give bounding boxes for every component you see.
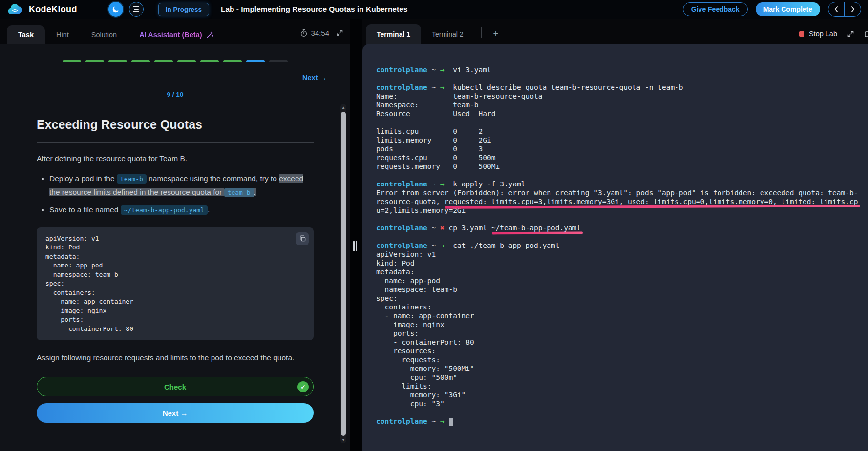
progress-segment-done [131,60,150,62]
copy-icon [299,235,306,242]
task-intro: After defining the resource quota for Te… [37,154,314,163]
tab-solution[interactable]: Solution [80,25,128,44]
expand-panel-icon[interactable] [336,29,343,37]
terminal-line: pods 0 3 [376,144,868,153]
task-bullet-2: Save to a file named ~/team-b-app-pod.ya… [49,203,314,217]
terminal-tabs-bar: Terminal 1 Terminal 2 + Stop Lab [362,19,868,44]
terminal-line: Error from server (Forbidden): error whe… [376,188,868,197]
terminal-line: controlplane ~ ✖ cp 3.yaml ~/team-b-app-… [376,224,868,232]
tab-task[interactable]: Task [7,25,45,44]
new-terminal-button[interactable]: + [488,25,504,44]
mark-complete-button[interactable]: Mark Complete [756,2,820,16]
copy-code-button[interactable] [296,232,309,245]
next-button[interactable]: Next → [37,403,314,423]
panel-divider [350,19,362,451]
terminal-line: memory: "500Mi" [376,364,868,373]
brand-name: KodeKloud [29,4,77,15]
scrollbar-down-arrow[interactable]: ▼ [340,438,346,442]
theme-toggle-button[interactable] [108,2,123,17]
task-content: Next → 9 / 10 Exceeding Resource Quotas … [0,44,350,451]
stop-icon [799,31,804,37]
progress-segment-current [246,60,265,62]
tab-terminal-1[interactable]: Terminal 1 [366,24,421,44]
terminal-line: ports: [376,329,868,338]
inline-code-team-b: team-b [117,174,147,184]
terminal-line: limits: [376,382,868,390]
step-pager [828,2,861,17]
progress-segment-done [154,60,173,62]
step-counter: 9 / 10 [12,91,339,98]
terminal-line [376,171,868,180]
terminal-line: Resource Used Hard [376,109,868,118]
task-list: Deploy a pod in the team-b namespace usi… [49,172,314,217]
progress-segment-done [177,60,196,62]
scrollbar-thumb[interactable] [341,112,346,436]
give-feedback-button[interactable]: Give Feedback [683,2,748,16]
terminal-output[interactable]: controlplane ~ → vi 3.yamlcontrolplane ~… [362,44,868,451]
terminal-line: -------- ---- ---- [376,118,868,127]
yaml-code: apiVersion: v1 kind: Pod metadata: name:… [45,234,305,334]
terminal-line: Namespace: team-b [376,101,868,109]
task-panel: Task Hint Solution AI Assistant (Beta) [0,19,350,451]
tab-hint[interactable]: Hint [45,25,80,44]
next-task-link[interactable]: Next → [302,74,327,82]
terminal-line: namespace: team-b [376,285,868,294]
terminal-panel: Terminal 1 Terminal 2 + Stop Lab control… [362,19,868,451]
task-heading: Exceeding Resource Quotas [37,118,314,143]
top-navbar: <> KodeKloud In Progress Lab - Implement… [0,0,868,19]
progress-segment-done [108,60,127,62]
terminal-line: name: app-pod [376,276,868,285]
terminal-line: controlplane ~ → vi 3.yaml [376,65,868,74]
scrollbar-up-arrow[interactable]: ▲ [340,105,346,110]
lab-title: Lab - Implementing Resource Quotas in Ku… [221,5,407,14]
tab-terminal-2[interactable]: Terminal 2 [421,24,474,44]
magic-wand-icon [206,31,213,39]
tab-divider [481,27,482,38]
kodekloud-logo[interactable]: <> KodeKloud [7,3,77,16]
progress-segment-todo [269,60,288,62]
status-badge: In Progress [158,3,209,16]
terminal-line: memory: "3Gi" [376,390,868,399]
stop-lab-button[interactable]: Stop Lab [799,30,837,38]
terminal-line: Name: team-b-resource-quota [376,92,868,101]
task-bullet-1: Deploy a pod in the team-b namespace usi… [49,172,314,199]
progress-segment-done [200,60,219,62]
terminal-line: resources: [376,347,868,355]
terminal-line: metadata: [376,267,868,276]
terminal-line: controlplane ~ → k apply -f 3.yaml [376,180,868,188]
terminal-line: cpu: "500m" [376,373,868,382]
terminal-line: limits.memory 0 2Gi [376,136,868,144]
menu-button[interactable] [129,2,144,17]
progress-bar [12,60,339,62]
tab-ai-assistant[interactable]: AI Assistant (Beta) [128,25,224,44]
terminal-line: controlplane ~ → cat ./team-b-app-pod.ya… [376,241,868,250]
terminal-line: - name: app-container [376,311,868,320]
expand-terminal-icon[interactable] [847,30,854,38]
progress-segment-done [223,60,242,62]
terminal-line: requests.memory 0 500Mi [376,162,868,171]
inline-code-team-b-selected: team-b [224,188,254,197]
next-step-button[interactable] [845,2,861,16]
terminal-line [376,232,868,241]
progress-segment-done [63,60,81,62]
terminal-line: resource-quota, requested: limits.cpu=3,… [376,197,868,206]
task-scrollbar[interactable]: ▲ ▼ [340,104,346,443]
check-button[interactable]: Check ✓ [37,377,314,396]
inline-code-file-path: ~/team-b-app-pod.yaml [121,205,208,215]
terminal-line: image: nginx [376,320,868,329]
yaml-code-block: apiVersion: v1 kind: Pod metadata: name:… [37,227,314,341]
kodekloud-cloud-icon: <> [7,3,24,16]
open-new-window-icon[interactable] [864,30,868,38]
prev-step-button[interactable] [828,2,845,16]
lab-timer: 34:54 [300,29,329,37]
terminal-line: - containerPort: 80 [376,338,868,347]
terminal-line: controlplane ~ → kubectl describe quota … [376,83,868,92]
task-panel-tabs: Task Hint Solution AI Assistant (Beta) [0,19,350,44]
svg-text:<>: <> [12,7,18,13]
terminal-line: apiVersion: v1 [376,250,868,259]
terminal-line: requests.cpu 0 500m [376,153,868,162]
terminal-line: controlplane ~ → [376,417,868,426]
panel-resize-handle[interactable] [353,241,357,251]
terminal-line: cpu: "3" [376,399,868,408]
moon-icon [112,5,120,13]
